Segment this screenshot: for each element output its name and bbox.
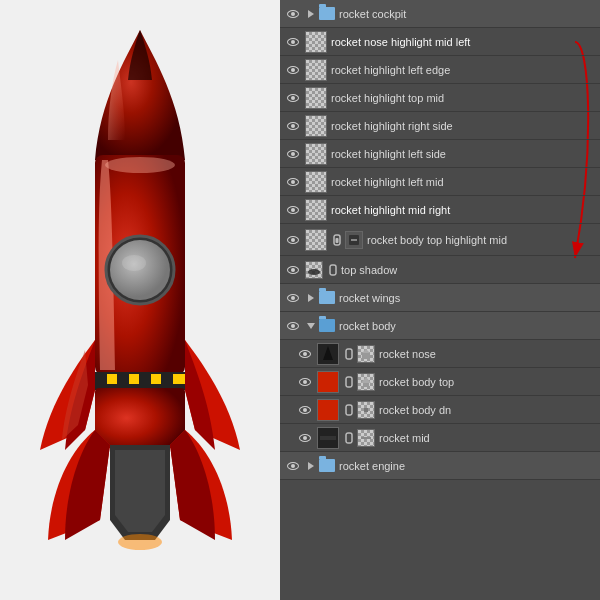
layer-thumbnail bbox=[317, 399, 339, 421]
link-icon bbox=[327, 260, 339, 280]
link-icon bbox=[343, 428, 355, 448]
layer-name: top shadow bbox=[341, 264, 596, 276]
layers-list[interactable]: rocket cockpit rocket nose highlight mid… bbox=[280, 0, 600, 600]
svg-point-1 bbox=[105, 157, 175, 173]
layer-mask-thumbnail bbox=[357, 345, 375, 363]
visibility-toggle[interactable] bbox=[284, 457, 302, 475]
layer-name: rocket wings bbox=[339, 292, 596, 304]
svg-rect-19 bbox=[330, 265, 336, 275]
layer-name: rocket highlight top mid bbox=[331, 92, 596, 104]
layer-item[interactable]: rocket body bbox=[280, 312, 600, 340]
svg-rect-10 bbox=[161, 374, 173, 384]
layer-item[interactable]: rocket highlight left edge bbox=[280, 56, 600, 84]
layer-thumbnail bbox=[305, 143, 327, 165]
layer-thumbnail bbox=[305, 31, 327, 53]
visibility-toggle[interactable] bbox=[284, 89, 302, 107]
visibility-toggle[interactable] bbox=[284, 61, 302, 79]
visibility-toggle[interactable] bbox=[284, 145, 302, 163]
visibility-toggle[interactable] bbox=[284, 173, 302, 191]
layer-name: rocket highlight left side bbox=[331, 148, 596, 160]
layer-item[interactable]: rocket highlight left mid bbox=[280, 168, 600, 196]
visibility-toggle[interactable] bbox=[296, 401, 314, 419]
layer-name: rocket cockpit bbox=[339, 8, 596, 20]
visibility-toggle[interactable] bbox=[284, 201, 302, 219]
layer-mask-thumbnail bbox=[357, 401, 375, 419]
svg-rect-7 bbox=[95, 374, 107, 384]
visibility-toggle[interactable] bbox=[284, 289, 302, 307]
layer-item[interactable]: rocket highlight right side bbox=[280, 112, 600, 140]
layer-thumbnail bbox=[305, 199, 327, 221]
expand-icon[interactable] bbox=[305, 460, 317, 472]
layer-mask-thumbnail bbox=[345, 231, 363, 249]
layer-item[interactable]: rocket highlight left side bbox=[280, 140, 600, 168]
layer-name: rocket highlight left edge bbox=[331, 64, 596, 76]
layer-thumbnail bbox=[305, 229, 327, 251]
layer-mask-thumbnail bbox=[357, 429, 375, 447]
expand-icon[interactable] bbox=[305, 320, 317, 332]
expand-icon[interactable] bbox=[305, 8, 317, 20]
svg-rect-17 bbox=[351, 239, 357, 241]
link-icon bbox=[331, 230, 343, 250]
visibility-toggle[interactable] bbox=[284, 317, 302, 335]
folder-icon bbox=[319, 291, 335, 304]
link-icon bbox=[343, 400, 355, 420]
layer-name: rocket engine bbox=[339, 460, 596, 472]
svg-rect-11 bbox=[95, 388, 185, 448]
layer-item[interactable]: rocket engine bbox=[280, 452, 600, 480]
visibility-toggle[interactable] bbox=[296, 345, 314, 363]
folder-icon bbox=[319, 319, 335, 332]
rocket-illustration-panel bbox=[0, 0, 280, 600]
layer-item[interactable]: rocket wings bbox=[280, 284, 600, 312]
svg-marker-22 bbox=[362, 349, 370, 353]
svg-point-12 bbox=[118, 534, 162, 550]
layer-name: rocket highlight left mid bbox=[331, 176, 596, 188]
svg-rect-29 bbox=[346, 433, 352, 443]
layer-item[interactable]: rocket nose bbox=[280, 340, 600, 368]
visibility-toggle[interactable] bbox=[284, 5, 302, 23]
layer-item[interactable]: top shadow bbox=[280, 256, 600, 284]
visibility-toggle[interactable] bbox=[284, 231, 302, 249]
svg-point-3 bbox=[110, 240, 170, 300]
layer-thumbnail bbox=[305, 171, 327, 193]
layer-name: rocket body top highlight mid bbox=[367, 234, 596, 246]
expand-icon[interactable] bbox=[305, 292, 317, 304]
svg-rect-20 bbox=[346, 349, 352, 359]
layer-item[interactable]: rocket cockpit bbox=[280, 0, 600, 28]
svg-rect-27 bbox=[364, 408, 368, 412]
layer-name: rocket body bbox=[339, 320, 596, 332]
layer-item[interactable]: rocket highlight top mid bbox=[280, 84, 600, 112]
layer-thumbnail bbox=[305, 87, 327, 109]
layer-name: rocket highlight right side bbox=[331, 120, 596, 132]
layer-item[interactable]: rocket body dn bbox=[280, 396, 600, 424]
layer-name: rocket body top bbox=[379, 376, 596, 388]
layer-thumbnail bbox=[317, 371, 339, 393]
layer-item[interactable]: rocket highlight mid right bbox=[280, 196, 600, 224]
layer-item[interactable]: rocket mid bbox=[280, 424, 600, 452]
svg-rect-15 bbox=[336, 238, 339, 243]
layer-thumbnail bbox=[305, 59, 327, 81]
svg-rect-21 bbox=[362, 353, 370, 359]
svg-rect-26 bbox=[346, 405, 352, 415]
svg-marker-25 bbox=[361, 377, 371, 383]
layer-mask-thumbnail bbox=[357, 373, 375, 391]
svg-rect-24 bbox=[363, 383, 369, 387]
layer-thumbnail bbox=[305, 115, 327, 137]
layer-name: rocket nose bbox=[379, 348, 596, 360]
visibility-toggle[interactable] bbox=[296, 429, 314, 447]
layer-item[interactable]: rocket nose highlight mid left bbox=[280, 28, 600, 56]
visibility-toggle[interactable] bbox=[284, 33, 302, 51]
layer-item[interactable]: rocket body top highlight mid bbox=[280, 224, 600, 256]
layer-thumbnail bbox=[317, 427, 339, 449]
visibility-toggle[interactable] bbox=[284, 117, 302, 135]
layer-thumbnail bbox=[317, 343, 339, 365]
visibility-toggle[interactable] bbox=[296, 373, 314, 391]
svg-rect-30 bbox=[361, 437, 371, 439]
svg-rect-23 bbox=[346, 377, 352, 387]
visibility-toggle[interactable] bbox=[284, 261, 302, 279]
folder-icon bbox=[319, 7, 335, 20]
link-icon bbox=[343, 344, 355, 364]
folder-icon bbox=[319, 459, 335, 472]
layer-item[interactable]: rocket body top bbox=[280, 368, 600, 396]
svg-point-4 bbox=[122, 255, 146, 271]
svg-rect-8 bbox=[117, 374, 129, 384]
